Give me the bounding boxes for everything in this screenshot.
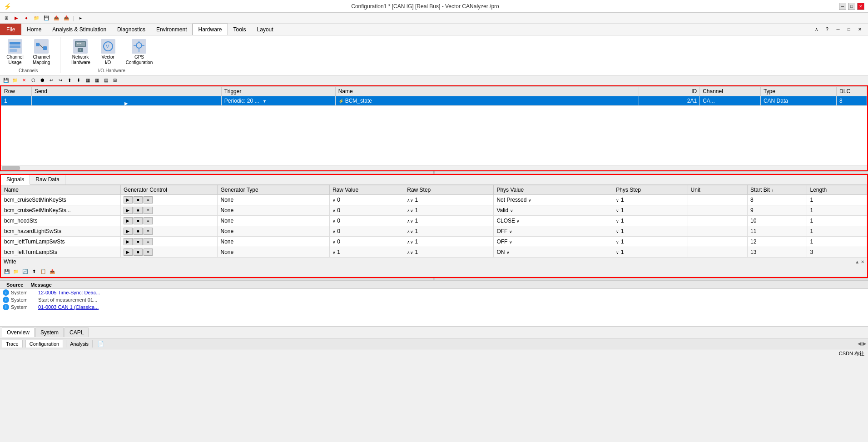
st-down[interactable]: ⬇	[74, 77, 83, 84]
trace-tab-analysis[interactable]: Analysis	[66, 340, 93, 348]
st-open[interactable]: 📁	[11, 77, 19, 84]
vector-io-icon: V	[101, 39, 115, 54]
menu-hardware[interactable]: Hardware	[192, 24, 228, 35]
st-copy[interactable]: ⬡	[29, 77, 37, 84]
write-scrollbar-h[interactable]	[1, 165, 867, 170]
gen-config-2[interactable]: ≡	[144, 207, 153, 214]
qt-upload[interactable]: 📤	[52, 14, 61, 22]
sig-row-4[interactable]: bcm_hazardLightSwSts ▶ ■ ≡ None ∨ 0 ∧∨ 1…	[1, 226, 867, 237]
gen-config-4[interactable]: ≡	[144, 228, 153, 235]
st-grid2[interactable]: ▦	[93, 77, 101, 84]
close-button[interactable]: ✕	[857, 3, 864, 10]
bottom-tab-capl[interactable]: CAPL	[64, 328, 89, 337]
gen-config-3[interactable]: ≡	[144, 217, 153, 224]
window-max2[interactable]: □	[844, 25, 853, 34]
window-min2[interactable]: ─	[833, 25, 843, 34]
trace-tab-trace[interactable]: Trace	[2, 340, 23, 348]
qt-open[interactable]: 📁	[32, 14, 41, 22]
bottom-tab-system[interactable]: System	[35, 328, 64, 337]
write-export[interactable]: 📤	[48, 268, 56, 275]
st-grid3[interactable]: ▤	[102, 77, 110, 84]
phys-dropdown-6[interactable]: ∨	[506, 250, 510, 255]
write-open[interactable]: 📁	[12, 268, 20, 275]
ribbon-btn-channel-usage[interactable]: ChannelUsage	[4, 37, 26, 67]
tab-raw-data[interactable]: Raw Data	[30, 175, 65, 184]
gen-play-6[interactable]: ▶	[124, 248, 133, 256]
gen-stop-4[interactable]: ■	[134, 228, 143, 235]
qt-stop[interactable]: ●	[22, 14, 31, 22]
ribbon-btn-channel-mapping[interactable]: ChannelMapping	[30, 37, 53, 67]
ribbon-btn-gps[interactable]: GPSConfiguration	[123, 37, 155, 67]
sig-gen-type-2: None	[218, 205, 329, 216]
phys-dropdown-5[interactable]: ∨	[509, 240, 512, 244]
gen-stop-5[interactable]: ■	[134, 238, 143, 245]
bottom-tab-overview[interactable]: Overview	[2, 328, 35, 337]
cell-name: ⚡BCM_state	[335, 96, 639, 106]
phys-dropdown-2[interactable]: ∨	[510, 209, 513, 213]
trace-tab-config[interactable]: Configuration	[25, 340, 63, 348]
network-hardware-icon	[73, 39, 88, 54]
write-save[interactable]: 💾	[3, 268, 11, 275]
sig-row-1[interactable]: bcm_cruiseSetMinKeySts ▶ ■ ≡ None ∨ 0	[1, 195, 867, 205]
help-icon[interactable]: ?	[823, 25, 832, 34]
gen-config-1[interactable]: ≡	[144, 196, 153, 204]
gen-ctrl-btns: ▶ ■ ≡	[124, 196, 215, 204]
maximize-button[interactable]: □	[848, 3, 855, 10]
gen-config-6[interactable]: ≡	[144, 248, 153, 256]
ribbon-btn-vector-io[interactable]: V VectorI/O	[97, 37, 119, 67]
window-close2[interactable]: ✕	[855, 25, 864, 34]
write-upload[interactable]: ⬆	[30, 268, 38, 275]
write-copy2[interactable]: 📋	[39, 268, 47, 275]
sig-row-5[interactable]: bcm_leftTurnLampSwSts ▶ ■ ≡ None ∨ 0 ∧∨ …	[1, 237, 867, 247]
gen-play-1[interactable]: ▶	[124, 196, 133, 204]
log-msg-1[interactable]: 12-0005 Time-Sync: Deac...	[38, 290, 100, 295]
qt-run[interactable]: ▶	[12, 14, 21, 22]
write-refresh[interactable]: 🔄	[21, 268, 29, 275]
st-redo[interactable]: ↪	[56, 77, 64, 84]
phys-dropdown-3[interactable]: ∨	[516, 219, 520, 223]
write-label: Write	[4, 258, 16, 265]
gen-config-5[interactable]: ≡	[144, 238, 153, 245]
menu-analysis[interactable]: Analysis & Stimulation	[47, 24, 112, 35]
qt-new[interactable]: ⊞	[2, 14, 11, 22]
st-save[interactable]: 💾	[2, 77, 10, 84]
col-row: Row	[1, 87, 32, 96]
log-msg-3[interactable]: 01-0003 CAN 1 (Classica...	[38, 304, 99, 310]
st-up[interactable]: ⬆	[65, 77, 74, 84]
st-grid1[interactable]: ▦	[84, 77, 92, 84]
menu-environment[interactable]: Environment	[151, 24, 192, 35]
st-paste[interactable]: ⬢	[38, 77, 46, 84]
sig-row-6[interactable]: bcm_leftTurnLampSts ▶ ■ ≡ None ∨ 1 ∧∨ 1 …	[1, 247, 867, 258]
qt-save[interactable]: 💾	[42, 14, 51, 22]
svg-rect-8	[77, 43, 79, 44]
gen-play-3[interactable]: ▶	[124, 217, 133, 224]
st-grid4[interactable]: ⊞	[111, 77, 119, 84]
sig-row-2[interactable]: bcm_cruiseSetMinKeySts... ▶ ■ ≡ None ∨ 0…	[1, 205, 867, 216]
gen-stop-2[interactable]: ■	[134, 207, 143, 214]
ribbon-collapse[interactable]: ∧	[812, 25, 821, 34]
menu-file[interactable]: File	[0, 24, 21, 35]
menu-diagnostics[interactable]: Diagnostics	[112, 24, 151, 35]
scrollbar-thumb[interactable]	[2, 166, 20, 170]
gen-stop-3[interactable]: ■	[134, 217, 143, 224]
phys-dropdown-4[interactable]: ∨	[509, 229, 512, 234]
gen-stop-1[interactable]: ■	[134, 196, 143, 204]
qt-download[interactable]: 📥	[62, 14, 71, 22]
gen-play-4[interactable]: ▶	[124, 228, 133, 235]
menu-layout[interactable]: Layout	[252, 24, 279, 35]
phys-dropdown-1[interactable]: ∨	[528, 198, 531, 203]
gen-play-2[interactable]: ▶	[124, 207, 133, 214]
sig-gen-type-3: None	[218, 216, 329, 226]
gen-stop-6[interactable]: ■	[134, 248, 143, 256]
minimize-button[interactable]: ─	[839, 3, 846, 10]
st-close-x[interactable]: ✕	[20, 77, 28, 84]
qt-play[interactable]: ▸	[76, 14, 85, 22]
tab-signals[interactable]: Signals	[1, 175, 30, 185]
st-undo[interactable]: ↩	[47, 77, 55, 84]
sig-row-3[interactable]: bcm_hoodSts ▶ ■ ≡ None ∨ 0 ∧∨ 1 CLOSE ∨	[1, 216, 867, 226]
menu-tools[interactable]: Tools	[228, 24, 252, 35]
gen-play-5[interactable]: ▶	[124, 238, 133, 245]
ribbon-btn-network-hardware[interactable]: NetworkHardware	[68, 37, 93, 67]
write-row-1[interactable]: 1 ▶ Periodic: 20 ... ▼ ⚡BCM_state 2A1 CA…	[1, 96, 867, 106]
menu-home[interactable]: Home	[21, 24, 47, 35]
